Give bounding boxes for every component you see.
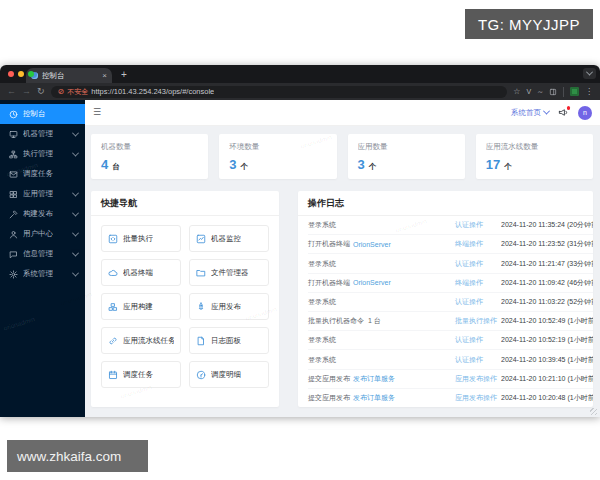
toolbar-right: ☆ V ∼ ⋮ [513,87,593,97]
quick-nav-label: 机器终端 [123,268,153,278]
extension-tilde-icon[interactable]: ∼ [537,88,543,95]
stat-card: 应用流水线数量 17 个 [476,134,593,179]
quick-nav-button[interactable]: 应用构建 [101,293,181,320]
quick-nav-button[interactable]: 批量执行 [101,225,181,252]
extension-v-icon[interactable]: V [526,88,531,95]
user-avatar[interactable]: n [578,106,592,120]
log-timestamp: 2024-11-20 11:21:47 (33分钟前) [501,259,593,269]
sidebar-item-icon [9,250,18,259]
quick-nav-label: 应用流水线任务 [123,336,174,346]
quick-nav-button[interactable]: 日志面板 [189,327,269,354]
sidebar-item-label: 系统管理 [23,269,53,279]
sidebar-item-icon [9,110,18,119]
chevron-down-icon [586,69,593,76]
log-timestamp: 2024-11-20 10:20:48 (1小时前) [501,393,593,403]
maximize-window-button[interactable] [28,71,34,77]
sidebar-item[interactable]: 应用管理 [0,184,85,204]
sidebar-item-icon [9,130,18,139]
log-row: 提交应用发布 发布订单服务 应用发布操作 2024-11-20 10:20:48… [308,389,593,407]
browser-tab-console[interactable]: 控制台 × [26,68,112,83]
browser-toolbar: ← → ↻ ⊘ 不安全 https://101.43.254.243/ops/#… [0,83,600,100]
log-timestamp: 2024-11-20 10:21:10 (1小时前) [501,374,593,384]
log-row: 登录系统 认证操作 2024-11-20 11:21:47 (33分钟前) [308,254,593,273]
stat-label: 机器数量 [101,142,198,152]
side-panel-icon[interactable] [549,88,557,96]
ops-console-app: orionadmin orionadmin 控制台 机器管理 执行管理 调度任务 [0,100,600,417]
browser-menu-kebab-icon[interactable]: ⋮ [585,88,593,96]
log-target-link[interactable]: 发布订单服务 [353,374,395,384]
close-window-button[interactable] [8,71,14,77]
log-row: 登录系统 认证操作 2024-11-20 11:35:24 (20分钟前) [308,216,593,235]
quick-nav-label: 日志面板 [211,336,241,346]
reload-button[interactable]: ↻ [37,87,45,96]
log-type-tag[interactable]: 批量执行操作 [455,316,501,326]
stat-value: 4 [101,157,108,172]
stat-label: 应用流水线数量 [486,142,583,152]
log-timestamp: 2024-11-20 11:09:42 (46分钟前) [501,278,593,288]
log-row: 打开机器终端 OrionServer 终端操作 2024-11-20 11:09… [308,274,593,293]
quick-nav-button[interactable]: 应用流水线任务 [101,327,181,354]
stat-card: 环境数量 3 个 [219,134,336,179]
system-home-dropdown[interactable]: 系统首页 [511,108,549,118]
quick-nav-button[interactable]: 机器监控 [189,225,269,252]
sidebar-item[interactable]: 控制台 [0,104,85,124]
log-type-tag[interactable]: 认证操作 [455,259,501,269]
sidebar-item[interactable]: 执行管理 [0,144,85,164]
quick-nav-icon [108,302,118,312]
quick-nav-label: 机器监控 [211,234,241,244]
sidebar-item-label: 机器管理 [23,129,53,139]
sidebar-item-icon [9,230,18,239]
not-secure-icon: ⊘ [58,88,65,96]
back-button[interactable]: ← [7,87,16,96]
sidebar-item[interactable]: 机器管理 [0,124,85,144]
new-tab-button[interactable]: + [121,70,127,80]
chevron-down-icon [72,269,79,276]
minimize-window-button[interactable] [18,71,24,77]
quick-nav-button[interactable]: 调度任务 [101,361,181,388]
log-target-link[interactable]: OrionServer [353,279,391,286]
sidebar-item-icon [9,170,18,179]
announcement-icon[interactable] [558,107,569,118]
sidebar-item[interactable]: 构建发布 [0,204,85,224]
extension-badge-icon[interactable] [570,87,579,96]
url-text: https://101.43.254.243/ops/#/console [91,87,214,96]
quick-nav-button[interactable]: 调度明细 [189,361,269,388]
collapse-menu-icon[interactable]: ☰ [93,108,101,117]
quick-nav-button[interactable]: 应用发布 [189,293,269,320]
window-controls [8,71,34,77]
quick-nav-icon [196,268,206,278]
log-action: 提交应用发布 [308,393,350,403]
chevron-down-icon [72,229,79,236]
sidebar-item[interactable]: 系统管理 [0,264,85,284]
log-type-tag[interactable]: 应用发布操作 [455,374,501,384]
bookmark-star-icon[interactable]: ☆ [513,88,520,96]
log-type-tag[interactable]: 认证操作 [455,297,501,307]
log-type-tag[interactable]: 终端操作 [455,239,501,249]
sidebar-item[interactable]: 用户中心 [0,224,85,244]
log-target-link[interactable]: OrionServer [353,241,391,248]
log-type-tag[interactable]: 终端操作 [455,278,501,288]
log-type-tag[interactable]: 认证操作 [455,355,501,365]
tab-search-button[interactable] [583,68,596,79]
log-timestamp: 2024-11-20 11:35:24 (20分钟前) [501,220,593,230]
sidebar-item-label: 构建发布 [23,209,53,219]
forward-button[interactable]: → [22,87,31,96]
close-tab-icon[interactable]: × [102,72,107,80]
tg-contact-badge: TG: MYYJJPP [465,9,593,39]
log-action: 提交应用发布 [308,374,350,384]
log-target-link[interactable]: 发布订单服务 [353,393,395,403]
quick-nav-button[interactable]: 机器终端 [101,259,181,286]
chevron-down-icon [543,107,550,114]
stat-card: 应用数量 3 个 [348,134,465,179]
app-header: ☰ 系统首页 n [85,100,600,126]
log-type-tag[interactable]: 认证操作 [455,220,501,230]
address-bar[interactable]: ⊘ 不安全 https://101.43.254.243/ops/#/conso… [51,86,508,98]
log-type-tag[interactable]: 认证操作 [455,335,501,345]
quick-nav-button[interactable]: 文件管理器 [189,259,269,286]
log-type-tag[interactable]: 应用发布操作 [455,393,501,403]
stat-unit: 个 [240,162,248,172]
log-suffix: 1 台 [368,316,381,326]
sidebar-item[interactable]: 信息管理 [0,244,85,264]
sidebar-item[interactable]: 调度任务 [0,164,85,184]
resize-grip-icon[interactable] [590,408,597,415]
